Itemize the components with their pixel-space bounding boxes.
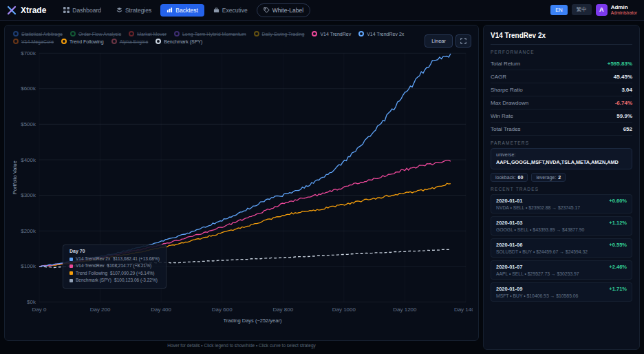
- trade-row-top: 2020-01-03 +1.12%: [496, 220, 627, 226]
- performance-rows: Total Return +595.83% CAGR 45.45% Sharpe…: [491, 57, 632, 136]
- nav-item-backtest[interactable]: Backtest: [160, 4, 204, 17]
- portfolio-value-chart: $0k$100k$200k$300k$400k$500k$600k$700kDa…: [10, 46, 473, 327]
- legend-color-dot: [358, 31, 364, 37]
- nav-item-white-label[interactable]: White-Label: [257, 3, 310, 17]
- series-curve-benchmark-spy-[interactable]: [39, 249, 451, 267]
- language-zh-button[interactable]: 繁中: [572, 4, 592, 15]
- scale-toggle-button[interactable]: Linear: [425, 34, 453, 48]
- avatar: A: [596, 4, 608, 16]
- trade-pct: +2.46%: [609, 264, 627, 270]
- trade-row-top: 2020-01-07 +2.46%: [496, 264, 627, 270]
- legend-label: Benchmark (SPY): [164, 39, 202, 44]
- brand[interactable]: Xtrade: [7, 6, 46, 15]
- metric-value: -6.74%: [615, 100, 632, 106]
- trade-pct: +1.12%: [609, 220, 627, 226]
- performance-row: Max Drawdown -6.74%: [491, 96, 632, 110]
- chip-label: leverage:: [536, 175, 556, 180]
- x-tick-label: Day 800: [272, 306, 293, 313]
- legend-item[interactable]: Alpha Engine: [111, 39, 149, 44]
- recent-trades-heading: RECENT TRADES: [491, 187, 632, 191]
- trade-row-top: 2020-01-09 +1.71%: [496, 286, 627, 292]
- user-name: Admin: [611, 4, 637, 11]
- x-tick-label: Day 1000: [332, 306, 356, 313]
- legend-color-dot: [13, 31, 19, 37]
- bar-chart-icon: [167, 7, 173, 13]
- chart-area: $0k$100k$200k$300k$400k$500k$600k$700kDa…: [10, 46, 473, 327]
- legend-label: V14 TrendRev 2x: [367, 32, 404, 37]
- trade-row-top: 2020-01-06 +0.55%: [496, 242, 627, 248]
- nav-item-label: Strategies: [125, 7, 151, 14]
- navbar-right: EN 繁中 A Admin Administrator: [550, 4, 637, 16]
- metric-value: 59.9%: [616, 113, 632, 119]
- x-axis-title: Trading Days (~252/year): [224, 317, 282, 324]
- nav-item-strategies[interactable]: Strategies: [110, 4, 158, 17]
- trade-date: 2020-01-07: [496, 264, 522, 270]
- user-menu[interactable]: A Admin Administrator: [596, 4, 637, 16]
- user-role: Administrator: [611, 10, 637, 16]
- series-curve-trend-following[interactable]: [39, 183, 451, 267]
- legend-item[interactable]: Daily Swing Trading: [254, 31, 305, 37]
- layers-icon: [116, 7, 122, 13]
- nav-item-label: White-Label: [272, 7, 303, 14]
- x-tick-label: Day 1400: [454, 306, 473, 313]
- universe-value: AAPL,GOOGL,MSFT,NVDA,TSLA,META,AMZN,AMD: [496, 159, 619, 165]
- chart-hint: Hover for details • Click legend to show…: [4, 343, 479, 350]
- chip-label: lookback:: [495, 175, 516, 180]
- trade-detail: GOOGL • SELL • $43393.89 → $43877.90: [496, 227, 627, 232]
- trade-row[interactable]: 2020-01-09 +1.71% MSFT • BUY • $10406.93…: [491, 282, 632, 302]
- performance-row: CAGR 45.45%: [491, 70, 632, 83]
- legend-item[interactable]: Long-Term Hybrid Momentum: [174, 31, 246, 37]
- performance-row: Total Return +595.83%: [491, 57, 632, 70]
- legend-item[interactable]: Benchmark (SPY): [155, 39, 202, 44]
- legend-item[interactable]: Trend Following: [61, 39, 104, 44]
- language-en-button[interactable]: EN: [550, 5, 567, 15]
- universe-parameter: universe: AAPL,GOOGL,MSFT,NVDA,TSLA,META…: [491, 148, 632, 169]
- x-tick-label: Day 600: [212, 306, 233, 313]
- series-curve-v14-trendrev[interactable]: [39, 160, 451, 267]
- legend-label: Order Flow Analysis: [78, 32, 121, 37]
- chart-panel: Statistical Arbitrage Order Flow Analysi…: [4, 25, 479, 341]
- legend-item[interactable]: Market Mover: [129, 31, 167, 37]
- nav-item-dashboard[interactable]: Dashboard: [57, 4, 107, 17]
- performance-row: Total Trades 652: [491, 123, 632, 136]
- legend-label: V14 TrendRev: [320, 32, 351, 37]
- metric-label: Total Return: [491, 61, 520, 67]
- app: { "navbar": { "brand": "Xtrade", "items"…: [0, 0, 644, 354]
- legend-label: Market Mover: [137, 32, 167, 37]
- y-tick-label: $100k: [21, 263, 36, 269]
- legend-color-dot: [111, 39, 117, 44]
- main-nav: Dashboard Strategies Backtest Executive: [57, 3, 310, 17]
- metric-label: Total Trades: [491, 126, 521, 132]
- chip-value: 60: [518, 175, 524, 180]
- legend-item[interactable]: Statistical Arbitrage: [13, 31, 63, 37]
- legend-color-dot: [312, 31, 317, 37]
- legend-item[interactable]: V14 TrendRev: [312, 31, 351, 37]
- trade-date: 2020-01-01: [496, 198, 522, 204]
- metric-value: 3.04: [621, 87, 632, 93]
- legend-color-dot: [254, 31, 259, 37]
- tag-icon: [264, 7, 270, 13]
- legend-item[interactable]: V14 TrendRev 2x: [358, 31, 404, 37]
- performance-row: Sharpe Ratio 3.04: [491, 83, 632, 96]
- nav-item-label: Dashboard: [72, 7, 101, 14]
- metric-label: Max Drawdown: [491, 100, 528, 106]
- legend-label: Trend Following: [69, 39, 104, 44]
- metric-value: 652: [623, 126, 632, 132]
- trade-row[interactable]: 2020-01-07 +2.46% AAPL • SELL • $29527.7…: [491, 260, 632, 280]
- dashboard-icon: [63, 7, 69, 13]
- y-tick-label: $300k: [21, 192, 36, 198]
- legend-item[interactable]: Order Flow Analysis: [70, 31, 121, 37]
- strategy-title: V14 TrendRev 2x: [491, 32, 632, 45]
- metric-label: Win Rate: [491, 113, 513, 119]
- trade-row[interactable]: 2020-01-06 +0.55% SOLUSDT • BUY • $24459…: [491, 238, 632, 258]
- trade-row[interactable]: 2020-01-03 +1.12% GOOGL • SELL • $43393.…: [491, 216, 632, 236]
- legend-label: Long-Term Hybrid Momentum: [182, 32, 246, 37]
- parameter-chip: lookback: 60: [491, 173, 528, 182]
- legend-item[interactable]: V14 MegaCore: [13, 39, 54, 44]
- nav-item-label: Backtest: [175, 7, 198, 14]
- trade-row[interactable]: 2020-01-01 +0.60% NVDA • SELL • $23902.8…: [491, 194, 632, 214]
- brand-logo-icon: [7, 6, 17, 15]
- fullscreen-button[interactable]: [455, 34, 471, 48]
- series-curve-v14-trendrev-2x[interactable]: [39, 54, 451, 267]
- nav-item-executive[interactable]: Executive: [207, 4, 254, 17]
